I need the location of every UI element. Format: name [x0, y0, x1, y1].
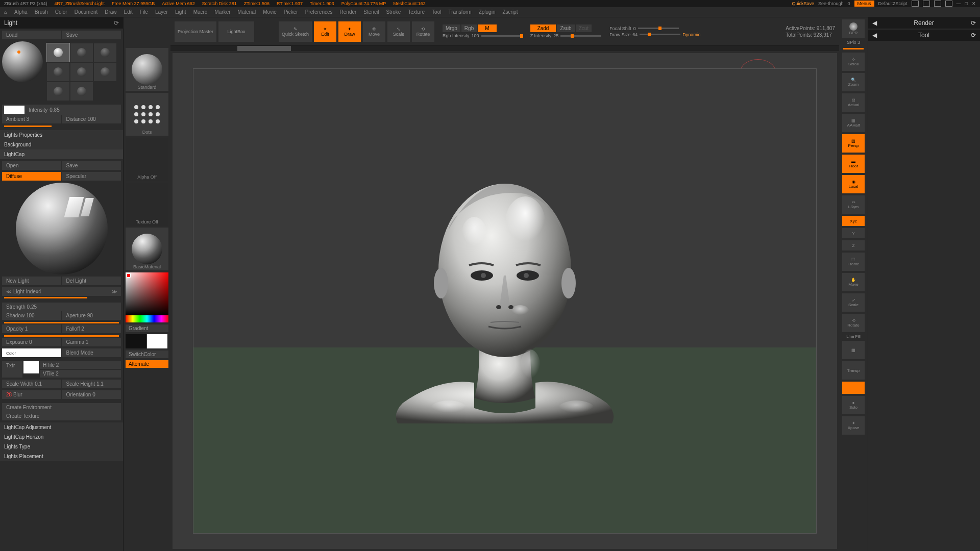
- menu-movie[interactable]: Movie: [263, 9, 277, 15]
- collapse-icon[interactable]: ◀: [872, 32, 877, 39]
- focal-shift-value[interactable]: 0: [633, 26, 636, 31]
- z-intensity-value[interactable]: 25: [553, 33, 558, 38]
- menu-render[interactable]: Render: [340, 9, 357, 15]
- transp-button[interactable]: Transp: [842, 361, 865, 380]
- scale-button[interactable]: ⤡ Scale: [387, 21, 410, 42]
- light-slot-7[interactable]: [47, 82, 69, 101]
- local-button[interactable]: ◉Local: [842, 175, 865, 193]
- gradient-button[interactable]: Gradient: [126, 324, 168, 332]
- light-slot-1[interactable]: [47, 43, 69, 62]
- home-icon[interactable]: ⌂: [4, 9, 7, 15]
- light-sphere-preview[interactable]: [2, 41, 43, 82]
- move-button[interactable]: ✥ Move: [363, 21, 385, 42]
- frame-button[interactable]: ⬚Frame: [842, 253, 865, 271]
- actual-button[interactable]: ⊡Actual: [842, 93, 865, 112]
- menu-material[interactable]: Material: [238, 9, 256, 15]
- light-slot-3[interactable]: [94, 43, 116, 62]
- menu-picker[interactable]: Picker: [284, 9, 298, 15]
- lightbox-button[interactable]: LightBox: [218, 21, 254, 42]
- vtile-slider[interactable]: VTile 2: [40, 370, 121, 378]
- minimize-icon[interactable]: —: [957, 1, 961, 6]
- rotate-button[interactable]: ⟲ Rotate: [412, 21, 434, 42]
- light-slot-2[interactable]: [70, 43, 93, 62]
- menu-alpha[interactable]: Alpha: [14, 9, 28, 15]
- zcut-button[interactable]: Zcut: [576, 24, 592, 32]
- aahalf-button[interactable]: ▦AAHalf: [842, 114, 865, 132]
- quick-sketch-button[interactable]: ✎ Quick Sketch: [279, 21, 312, 42]
- scale-height-slider[interactable]: Scale Height 1.1: [62, 380, 121, 388]
- light-slot-8[interactable]: [70, 82, 93, 101]
- ghost-button[interactable]: [842, 382, 865, 394]
- lightcap-sphere-preview[interactable]: [16, 183, 108, 274]
- menu-texture[interactable]: Texture: [408, 9, 425, 15]
- diffuse-button[interactable]: Diffuse: [2, 172, 61, 181]
- window-icon[interactable]: [923, 1, 930, 7]
- floor-button[interactable]: ▬Floor: [842, 155, 865, 173]
- rgb-intensity-value[interactable]: 100: [472, 33, 479, 38]
- brush-slot[interactable]: Standard: [126, 48, 168, 91]
- menu-macro[interactable]: Macro: [193, 9, 208, 15]
- opacity-slider[interactable]: Opacity 1: [2, 324, 61, 333]
- new-light-button[interactable]: New Light: [2, 277, 61, 285]
- del-light-button[interactable]: Del Light: [62, 277, 121, 285]
- viewport[interactable]: [173, 53, 837, 549]
- tool-header[interactable]: Tool: [918, 32, 929, 39]
- txtr-swatch[interactable]: [23, 361, 39, 373]
- menu-zplugin[interactable]: Zplugin: [479, 9, 496, 15]
- seethrough-label[interactable]: See-through: [818, 1, 844, 6]
- collapse-icon[interactable]: ◀: [872, 19, 877, 27]
- background-header[interactable]: Background: [0, 140, 123, 149]
- save-button[interactable]: Save: [62, 31, 121, 39]
- htile-slider[interactable]: HTile 2: [40, 361, 121, 369]
- create-environment-button[interactable]: Create Environment: [2, 403, 121, 412]
- menu-transform[interactable]: Transform: [448, 9, 471, 15]
- solo-button[interactable]: ●Solo: [842, 396, 865, 414]
- orientation-slider[interactable]: Orientation 0: [62, 390, 121, 399]
- edit-button[interactable]: ✦ Edit: [314, 21, 336, 42]
- menu-draw[interactable]: Draw: [105, 9, 116, 15]
- falloff-slider[interactable]: Falloff 2: [62, 324, 121, 333]
- close-icon[interactable]: ✕: [972, 1, 976, 6]
- zsub-button[interactable]: Zsub: [557, 24, 574, 32]
- lsym-button[interactable]: ⇔LSym: [842, 195, 865, 214]
- refresh-icon[interactable]: ⟳: [114, 19, 119, 27]
- texture-slot[interactable]: Texture Off: [126, 183, 168, 226]
- menu-brush[interactable]: Brush: [35, 9, 48, 15]
- dynamic-label[interactable]: Dynamic: [682, 32, 700, 37]
- gradient-white[interactable]: [147, 334, 167, 348]
- bpr-button[interactable]: BPR: [842, 19, 865, 38]
- ambient-slider[interactable]: Ambient 3: [2, 115, 61, 123]
- y-axis-button[interactable]: Y: [842, 228, 865, 238]
- txtr-button[interactable]: Txtr: [2, 361, 22, 378]
- material-slot[interactable]: BasicMaterial: [126, 228, 168, 270]
- light-index-slider[interactable]: ≪ Light Index 4 ≫: [2, 287, 121, 296]
- shadow-slider[interactable]: Shadow 100: [2, 311, 61, 320]
- menu-color[interactable]: Color: [55, 9, 67, 15]
- menu-marker[interactable]: Marker: [214, 9, 230, 15]
- light-slot-4[interactable]: [47, 63, 69, 81]
- draw-size-value[interactable]: 64: [632, 32, 638, 37]
- light-slot-6[interactable]: [94, 63, 116, 81]
- quicksave-button[interactable]: QuickSave: [792, 1, 814, 6]
- menu-edit[interactable]: Edit: [124, 9, 133, 15]
- intensity-value[interactable]: 0.85: [50, 107, 59, 113]
- load-button[interactable]: Load: [2, 31, 61, 39]
- window-icon[interactable]: [934, 1, 941, 7]
- render-header[interactable]: Render: [914, 19, 934, 27]
- lightcap-horizon-header[interactable]: LightCap Horizon: [0, 432, 123, 442]
- alternate-button[interactable]: Alternate: [126, 360, 168, 368]
- specular-button[interactable]: Specular: [62, 172, 121, 181]
- zadd-button[interactable]: Zadd: [530, 24, 556, 32]
- distance-slider[interactable]: Distance 100: [62, 115, 121, 123]
- menu-zscript[interactable]: Zscript: [502, 9, 518, 15]
- color-picker[interactable]: [126, 272, 168, 322]
- strength-slider[interactable]: Strength 0.25: [2, 303, 121, 311]
- persp-button[interactable]: ▧Persp: [842, 134, 865, 153]
- scale-width-slider[interactable]: Scale Width 0.1: [2, 380, 61, 388]
- horizontal-scroll[interactable]: [170, 46, 839, 51]
- maximize-icon[interactable]: □: [965, 1, 968, 6]
- menu-stroke[interactable]: Stroke: [386, 9, 401, 15]
- lights-properties-header[interactable]: Lights Properties: [0, 130, 123, 140]
- stroke-slot[interactable]: Dots: [126, 93, 168, 136]
- switchcolor-button[interactable]: SwitchColor: [126, 350, 168, 358]
